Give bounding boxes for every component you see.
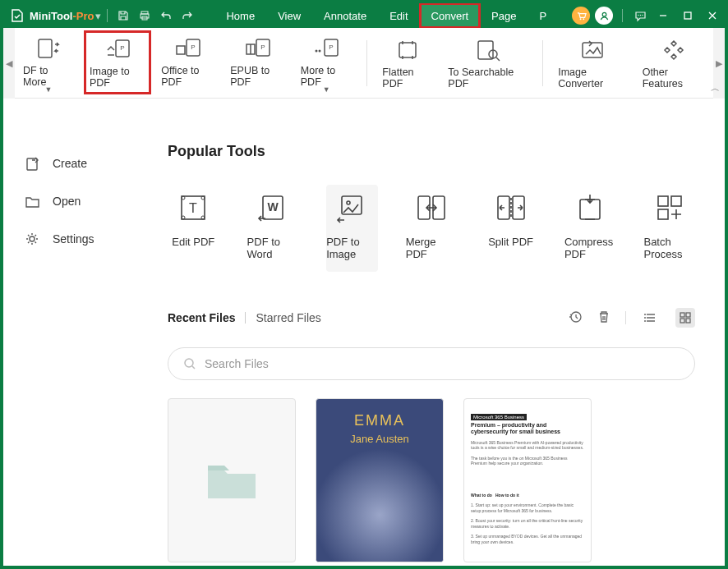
menu-convert[interactable]: Convert — [420, 3, 481, 28]
tool-compress[interactable]: Compress PDF — [564, 185, 616, 272]
office-to-pdf-button[interactable]: POffice to PDF — [156, 30, 220, 93]
tab-recent-files[interactable]: Recent Files — [168, 311, 235, 324]
grid-view-icon[interactable] — [675, 308, 695, 328]
cart-icon[interactable] — [572, 7, 590, 25]
app-logo-icon — [8, 7, 26, 25]
chat-icon[interactable] — [629, 3, 651, 28]
svg-point-21 — [316, 49, 318, 52]
save-icon[interactable] — [113, 3, 134, 28]
svg-text:T: T — [189, 201, 197, 215]
svg-point-4 — [583, 18, 584, 20]
delete-icon[interactable] — [597, 310, 611, 327]
pdf-word-icon: W — [256, 191, 289, 224]
menu-edit[interactable]: Edit — [378, 3, 419, 28]
redo-icon[interactable] — [177, 3, 198, 28]
book-author: Jane Austen — [350, 433, 409, 445]
compress-icon — [574, 191, 606, 224]
user-icon[interactable] — [595, 7, 613, 25]
ribbon: ◀ ▶ DF to More▼PImage to PDFPOffice to P… — [3, 28, 725, 99]
tab-starred-files[interactable]: Starred Files — [256, 311, 320, 324]
thumb-blank[interactable] — [168, 398, 296, 562]
tool-pdf-word[interactable]: WPDF to Word — [247, 185, 299, 272]
maximize-button[interactable] — [675, 3, 700, 28]
office-pdf-icon: P — [175, 37, 201, 60]
history-icon[interactable] — [568, 310, 583, 327]
other-features-button[interactable]: Other Features — [638, 32, 710, 94]
svg-rect-46 — [671, 196, 681, 206]
image-pdf-icon: P — [104, 38, 131, 61]
collapse-ribbon-icon[interactable]: ︿ — [711, 82, 720, 94]
menu-home[interactable]: Home — [214, 3, 266, 28]
epub-pdf-icon: P — [245, 37, 271, 60]
svg-rect-53 — [686, 313, 690, 317]
menu-annotate[interactable]: Annotate — [312, 3, 378, 28]
svg-rect-16 — [177, 46, 185, 54]
book-title: EMMA — [354, 412, 405, 429]
content: Popular Tools TEdit PDFWPDF to WordPDF t… — [168, 99, 725, 566]
popular-tools-title: Popular Tools — [168, 143, 695, 160]
flatten-icon — [394, 39, 421, 62]
image-to-pdf-button[interactable]: PImage to PDF — [84, 30, 151, 94]
svg-rect-27 — [583, 43, 602, 57]
svg-point-5 — [602, 12, 606, 16]
main-area: CreateOpenSettings Popular Tools TEdit P… — [3, 99, 725, 566]
svg-point-7 — [639, 14, 640, 15]
file-tabs: Recent Files Starred Files — [168, 308, 695, 328]
edit-pdf-icon: T — [177, 191, 210, 224]
main-menu: HomeViewAnnotateEditConvertPageP — [214, 3, 558, 28]
more-to-pdf-button[interactable]: PMore to PDF▼ — [296, 30, 357, 96]
split-icon — [495, 191, 528, 224]
flatten-pdf-button[interactable]: Flatten PDF — [377, 32, 438, 94]
searchable-pdf-button[interactable]: To Searchable PDF — [443, 32, 532, 94]
svg-point-49 — [644, 314, 646, 315]
more-pdf-icon: P — [313, 37, 339, 60]
popular-tools: TEdit PDFWPDF to WordPDF to ImageMerge P… — [168, 185, 695, 272]
sidebar-open[interactable]: Open — [25, 182, 168, 220]
doc-convert-icon — [35, 37, 62, 60]
dropdown-icon[interactable]: ▾ — [94, 10, 102, 22]
undo-icon[interactable] — [155, 3, 177, 28]
epub-to-pdf-button[interactable]: PEPUB to PDF — [225, 30, 291, 93]
svg-point-50 — [644, 317, 646, 319]
svg-line-57 — [192, 366, 195, 369]
search-placeholder: Search Files — [205, 357, 269, 370]
menu-view[interactable]: View — [266, 3, 312, 28]
image-converter-button[interactable]: Image Converter — [553, 32, 633, 94]
batch-icon — [653, 191, 686, 224]
thumb-book[interactable]: EMMA Jane Austen — [316, 398, 444, 562]
svg-rect-11 — [39, 39, 52, 57]
svg-text:P: P — [120, 44, 124, 52]
tool-pdf-image[interactable]: PDF to Image — [326, 185, 378, 272]
menu-p[interactable]: P — [528, 3, 558, 28]
open-icon — [25, 194, 39, 209]
pdf-to-more-button[interactable]: DF to More▼ — [18, 30, 79, 96]
svg-point-3 — [579, 18, 581, 20]
menu-page[interactable]: Page — [480, 3, 528, 28]
tool-edit-pdf[interactable]: TEdit PDF — [168, 185, 219, 272]
tool-split[interactable]: Split PDF — [485, 185, 537, 272]
ribbon-scroll-left[interactable]: ◀ — [3, 28, 15, 99]
close-button[interactable] — [700, 3, 725, 28]
svg-text:P: P — [260, 44, 265, 51]
thumb-document[interactable]: Microsoft 365 Business Premium – product… — [463, 398, 592, 562]
svg-rect-54 — [680, 319, 684, 323]
svg-rect-23 — [399, 43, 416, 57]
doc-title: Premium – productivity and cybersecurity… — [471, 422, 584, 436]
tool-batch[interactable]: Batch Process — [643, 185, 695, 272]
svg-text:P: P — [191, 44, 196, 51]
tool-merge[interactable]: Merge PDF — [406, 185, 458, 272]
app-title: MiniTool-Pro — [30, 10, 94, 22]
svg-rect-45 — [658, 196, 668, 206]
print-icon[interactable] — [134, 3, 155, 28]
svg-rect-47 — [658, 209, 668, 219]
sidebar-settings[interactable]: Settings — [25, 220, 168, 258]
minimize-button[interactable] — [651, 3, 675, 28]
pdf-image-icon — [335, 191, 368, 224]
svg-point-8 — [642, 14, 643, 15]
searchable-icon — [475, 39, 501, 62]
search-input[interactable]: Search Files — [168, 347, 695, 380]
sidebar-create[interactable]: Create — [25, 145, 168, 182]
svg-point-56 — [185, 359, 193, 367]
svg-point-39 — [347, 201, 350, 204]
list-view-icon[interactable] — [641, 308, 661, 328]
